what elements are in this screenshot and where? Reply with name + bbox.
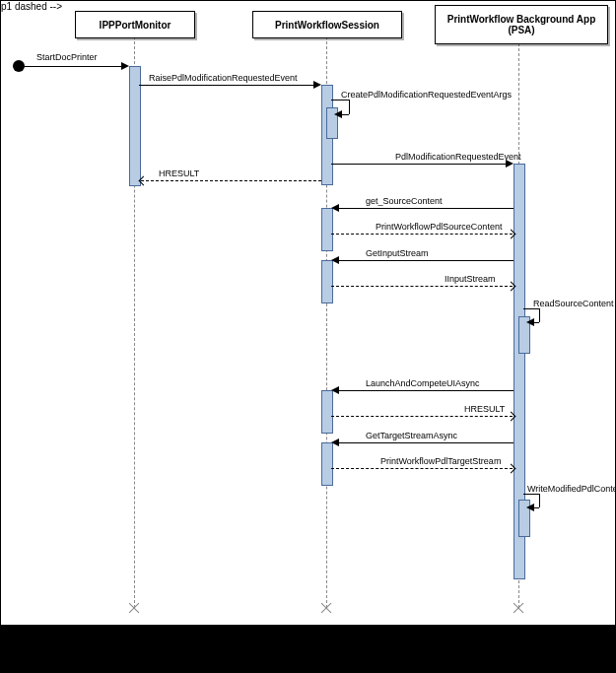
arrow [331,286,513,287]
message-label: get_SourceContent [366,196,443,206]
activation-bar [321,208,333,251]
arrow [349,100,350,114]
message-label: PdlModificationRequestedEvent [395,152,521,162]
arrow-head-icon [526,504,534,511]
arrow-head-icon [506,160,513,168]
arrow-head-icon [526,318,534,326]
arrow [331,100,349,101]
activation-bar [321,390,333,434]
activation-bar [321,442,333,486]
arrow [523,308,539,309]
message-label: ReadSourceContent [533,299,614,308]
destroy-icon [127,601,141,615]
arrow [333,390,513,391]
arrow [139,85,318,86]
arrow-head-icon [121,62,129,70]
arrow-head-icon [334,110,342,118]
participant-label: PrintWorkflow Background App (PSA) [438,14,605,35]
arrow [331,234,513,235]
message-label: WriteModifiedPdlContent [527,484,616,494]
activation-bar [321,260,333,303]
message-label: GetTargetStreamAsync [366,431,457,440]
arrow [539,494,540,507]
message-label: LaunchAndCompeteUIAsync [366,378,480,388]
message-label: IInputStream [445,274,496,284]
arrow-head-icon [331,386,339,394]
message-label: StartDocPrinter [36,52,98,62]
arrow [141,180,321,181]
message-label: GetInputStream [366,248,429,258]
arrow-head-icon [313,81,321,89]
message-label: RaisePdlModificationRequestedEvent [149,73,298,83]
destroy-icon [319,601,333,615]
arrow [333,208,513,209]
participant-label: PrintWorkflowSession [275,20,379,31]
start-node-icon [13,60,25,72]
arrow-head-icon [331,204,339,212]
arrow [331,164,512,165]
destroy-icon [512,601,525,615]
arrow [331,468,513,469]
message-label: HRESULT [159,168,199,178]
message-label: PrintWorkflowPdlSourceContent [376,222,502,232]
participant-psa: PrintWorkflow Background App (PSA) [435,5,608,44]
arrow [523,494,539,495]
participant-label: IPPPortMonitor [100,20,171,31]
arrow [333,442,513,443]
diagram-frame: IPPPortMonitor PrintWorkflowSession Prin… [0,0,616,626]
arrow [331,416,513,417]
arrow [539,308,540,322]
participant-ippportmonitor: IPPPortMonitor [75,11,195,38]
message-label: HRESULT [464,404,505,414]
sequence-diagram-canvas: IPPPortMonitor PrintWorkflowSession Prin… [0,0,616,673]
arrow [25,66,127,67]
arrow-head-icon [331,438,339,446]
participant-printworkflowsession: PrintWorkflowSession [252,11,402,38]
arrow-head-icon [331,256,339,264]
message-label: PrintWorkflowPdlTargetStream [380,456,501,466]
message-label: CreatePdlModificationRequestedEventArgs [341,90,512,100]
arrow [333,260,513,261]
